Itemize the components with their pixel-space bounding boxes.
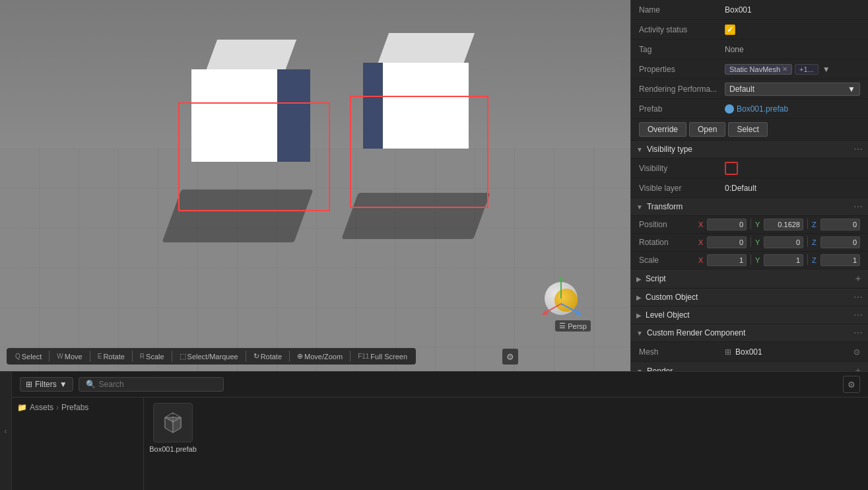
scale-x-input[interactable] <box>707 254 747 266</box>
svg-line-4 <box>561 304 579 313</box>
mesh-value: ⊞ Box001 ⊙ <box>725 347 860 357</box>
rotation-y-label: Y <box>755 238 762 246</box>
filter-icon: ⊞ <box>26 380 32 389</box>
transform-sep-1 <box>751 219 751 229</box>
mesh-action-icon[interactable]: ⊙ <box>853 347 860 357</box>
render-add-icon[interactable]: ＋ <box>853 365 863 371</box>
custom-object-more-icon[interactable]: ⋯ <box>853 292 863 302</box>
right-panel: Name Box001 Activity status ✓ Tag None P… <box>630 0 868 371</box>
activity-status-value: ✓ <box>725 24 860 35</box>
rotation-y-field: Y <box>755 236 803 248</box>
rendering-label: Rendering Performa... <box>639 85 725 94</box>
position-z-input[interactable] <box>820 219 860 230</box>
rendering-value: Default ▼ <box>725 83 860 96</box>
visibility-checkbox[interactable] <box>725 162 738 175</box>
scale-x-field: X <box>698 254 747 266</box>
prefab-label: Prefab <box>639 104 725 114</box>
fullscreen-btn[interactable]: F11 Full Screen <box>354 351 411 362</box>
move-tool-btn[interactable]: W Move <box>53 351 85 362</box>
rotation-y-input[interactable] <box>764 236 803 248</box>
transform-collapse-icon: ▼ <box>636 203 643 211</box>
prefab-row: Prefab Box001.prefab <box>631 99 868 119</box>
rotation-z-label: Z <box>812 238 818 246</box>
position-x-field: X <box>698 219 747 230</box>
prop-tag-static-navmesh[interactable]: Static NavMesh ✕ <box>725 64 792 75</box>
rendering-row: Rendering Performa... Default ▼ <box>631 79 868 99</box>
scale-y-field: Y <box>755 254 803 266</box>
gizmo-persp-label[interactable]: ☰ Persp <box>555 320 591 332</box>
level-object-section[interactable]: ▶ Level Object ⋯ <box>631 306 868 324</box>
assets-filter-btn[interactable]: ⊞ Filters ▼ <box>20 377 73 392</box>
rotation-x-input[interactable] <box>707 236 747 248</box>
script-add-icon[interactable]: ＋ <box>853 273 863 285</box>
svg-marker-1 <box>559 276 563 281</box>
rotate-view-btn[interactable]: ↻ Rotate <box>250 351 285 362</box>
visibility-type-section[interactable]: ▼ Visibility type ⋯ <box>631 141 868 158</box>
prop-tag-remove-icon[interactable]: ✕ <box>782 65 787 73</box>
prop-tag-more[interactable]: +1... <box>795 64 818 75</box>
activity-status-row: Activity status ✓ <box>631 20 868 40</box>
custom-render-more-icon[interactable]: ⋯ <box>853 328 863 338</box>
select-tool-btn[interactable]: Q Select <box>12 351 45 362</box>
gizmo: ☰ Persp <box>531 272 591 332</box>
rotation-x-field: X <box>698 236 747 248</box>
transform-sep-6 <box>807 254 808 265</box>
select-button[interactable]: Select <box>728 122 767 137</box>
position-y-input[interactable] <box>764 219 803 230</box>
assets-settings-btn[interactable]: ⚙ <box>843 376 860 393</box>
select-marquee-btn[interactable]: ⬚ Select/Marquee <box>176 351 242 362</box>
level-object-collapse-icon: ▶ <box>636 312 642 319</box>
rendering-dropdown[interactable]: Default ▼ <box>725 83 860 96</box>
assets-sidebar: 📁 Assets › Prefabs <box>12 398 144 490</box>
mesh-grid-icon: ⊞ <box>725 347 731 357</box>
breadcrumb: 📁 Assets › Prefabs <box>17 403 138 412</box>
selection-box-right <box>350 96 488 208</box>
prefab-value: Box001.prefab <box>725 104 860 114</box>
visibility-more-icon[interactable]: ⋯ <box>853 144 863 155</box>
visible-layer-row: Visible layer 0:Default <box>631 178 868 198</box>
rotate-tool-btn[interactable]: E Rotate <box>94 351 128 362</box>
open-button[interactable]: Open <box>689 122 725 137</box>
sidebar-toggle[interactable]: ‹ <box>0 372 12 490</box>
search-input[interactable] <box>99 380 217 389</box>
scale-y-label: Y <box>755 256 762 264</box>
tag-value: None <box>725 45 860 54</box>
toolbar-sep-7 <box>350 351 351 362</box>
custom-object-section[interactable]: ▶ Custom Object ⋯ <box>631 289 868 306</box>
position-x-input[interactable] <box>707 219 747 230</box>
x-axis-label: X <box>698 221 705 228</box>
scale-z-field: Z <box>812 254 860 266</box>
override-button[interactable]: Override <box>639 122 686 137</box>
asset-item-box001[interactable]: Box001.prefab <box>149 403 197 453</box>
transform-more-icon[interactable]: ⋯ <box>853 201 863 212</box>
toolbar-sep-4 <box>172 351 172 362</box>
scale-y-input[interactable] <box>764 254 803 266</box>
render-section[interactable]: ▼ Render ＋ <box>631 362 868 371</box>
assets-items: Box001.prefab <box>144 398 868 490</box>
visibility-label: Visibility <box>639 164 725 173</box>
viewport-settings-btn[interactable]: ⚙ <box>502 349 518 365</box>
toolbar-sep-6 <box>289 351 290 362</box>
scale-fields: X Y Z <box>698 254 860 266</box>
breadcrumb-sep: › <box>56 403 59 412</box>
scale-tool-btn[interactable]: R Scale <box>137 351 168 362</box>
assets-toolbar: ⊞ Filters ▼ 🔍 ⚙ <box>12 372 868 398</box>
position-label: Position <box>639 220 698 229</box>
script-section[interactable]: ▶ Script ＋ <box>631 269 868 289</box>
rotation-fields: X Y Z <box>698 236 860 248</box>
cube-right-top <box>377 33 475 66</box>
level-object-more-icon[interactable]: ⋯ <box>853 310 863 320</box>
position-y-field: Y <box>755 219 803 230</box>
custom-render-section[interactable]: ▼ Custom Render Component ⋯ <box>631 324 868 342</box>
assets-content: 📁 Assets › Prefabs <box>12 398 868 490</box>
activity-checkbox[interactable]: ✓ <box>725 24 735 35</box>
rotation-z-field: Z <box>812 236 860 248</box>
scale-z-input[interactable] <box>820 254 860 266</box>
rotation-z-input[interactable] <box>820 236 860 248</box>
transform-sep-4 <box>807 236 808 247</box>
prefab-link[interactable]: Box001.prefab <box>725 104 860 114</box>
transform-section[interactable]: ▼ Transform ⋯ <box>631 198 868 216</box>
properties-dropdown-btn[interactable]: ▼ <box>821 63 832 75</box>
move-zoom-btn[interactable]: ⊕ Move/Zoom <box>294 351 346 362</box>
toolbar-sep-2 <box>90 351 90 362</box>
